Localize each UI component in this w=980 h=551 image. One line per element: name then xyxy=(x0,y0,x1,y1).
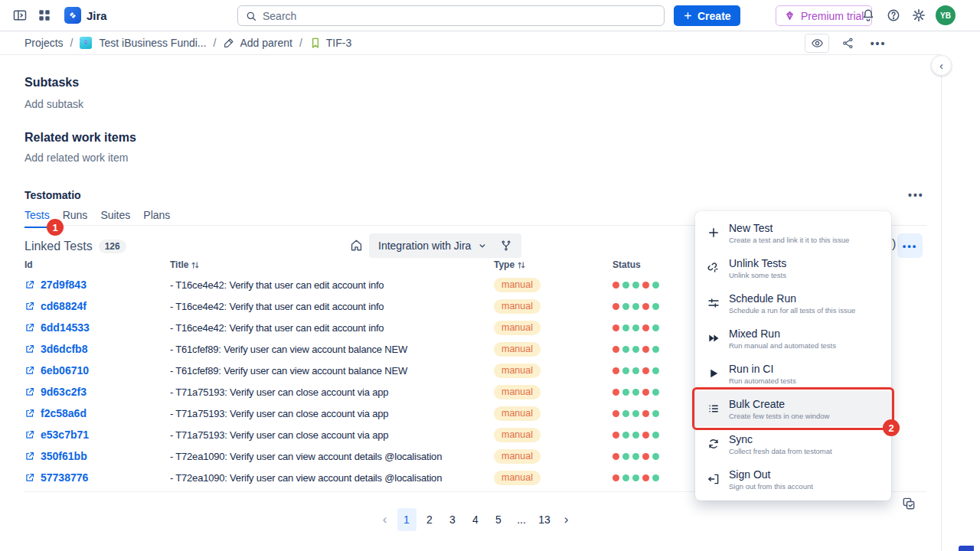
breadcrumb: Projects / Test iBusiness Fundi... / Add… xyxy=(24,31,351,54)
help-icon[interactable] xyxy=(886,8,901,23)
collapse-panel-button[interactable]: ‹ xyxy=(931,55,952,76)
menu-item-subtitle: Schedule a run for all tests of this iss… xyxy=(729,306,855,315)
status-dot-green xyxy=(652,303,659,310)
menu-item-sign-out[interactable]: Sign OutSign out from this account xyxy=(695,461,891,497)
right-rail-divider xyxy=(941,55,942,551)
menu-item-bulk-create[interactable]: Bulk CreateCreate few tests in one windo… xyxy=(695,391,891,426)
test-title: - T71a75193: Verify user can close accou… xyxy=(170,408,494,419)
menu-item-subtitle: Create a test and link it it to this iss… xyxy=(729,236,849,244)
app-title: Jira xyxy=(87,9,107,22)
branch-icon[interactable] xyxy=(500,240,512,252)
status-dot-green xyxy=(632,453,639,460)
test-id-link[interactable]: cd68824f xyxy=(24,300,170,312)
pagination-page-5[interactable]: 5 xyxy=(489,508,508,531)
test-id-link[interactable]: 27d9f843 xyxy=(24,279,170,291)
test-id-link[interactable]: 3d6dcfb8 xyxy=(24,343,170,355)
add-subtask-button[interactable]: Add subtask xyxy=(24,98,83,110)
sort-icon xyxy=(191,261,199,269)
status-dot-green xyxy=(632,282,639,289)
search-input[interactable] xyxy=(238,6,664,25)
menu-item-subtitle: Create few tests in one window xyxy=(729,412,829,420)
menu-item-run-in-ci[interactable]: Run in CIRun automated tests xyxy=(695,356,891,391)
sidebar-toggle-icon[interactable] xyxy=(12,8,28,23)
issue-more-actions-button[interactable]: ••• xyxy=(866,34,890,53)
premium-trial-button[interactable]: Premium trial xyxy=(776,5,872,26)
pagination-page-4[interactable]: 4 xyxy=(466,508,485,531)
status-dot-green xyxy=(622,453,629,460)
test-type-cell: manual xyxy=(494,448,612,464)
test-id-link[interactable]: 6dd14533 xyxy=(24,321,170,334)
menu-item-mixed-run[interactable]: Mixed RunRun manual and automated tests xyxy=(695,321,891,356)
pagination: ‹12345...13› xyxy=(24,508,926,531)
home-icon[interactable] xyxy=(349,238,364,253)
external-link-icon xyxy=(24,429,35,440)
status-dot-green xyxy=(652,367,659,374)
test-type-cell: manual xyxy=(494,427,612,442)
add-parent-button[interactable]: Add parent xyxy=(223,37,292,49)
status-dot-green xyxy=(632,324,639,331)
multi-select-checklist-icon[interactable] xyxy=(901,496,916,511)
test-id-link[interactable]: e53c7b71 xyxy=(24,429,170,441)
test-id-link[interactable]: 350f61bb xyxy=(24,450,170,462)
bulk-create-icon xyxy=(704,402,723,416)
pagination-page-13[interactable]: 13 xyxy=(535,508,554,531)
menu-item-subtitle: Collect fresh data from testomat xyxy=(729,447,832,455)
column-header-type[interactable]: Type xyxy=(494,259,612,270)
pagination-next[interactable]: › xyxy=(558,508,575,531)
tests-actions-menu-button[interactable]: ••• xyxy=(897,233,923,258)
menu-item-new-test[interactable]: New TestCreate a test and link it it to … xyxy=(695,215,891,250)
testomatio-heading: Testomatio xyxy=(24,189,81,201)
top-navigation-bar: Jira Create Premium trial YB xyxy=(0,0,980,31)
test-type-cell: manual xyxy=(494,363,612,378)
menu-item-unlink-tests[interactable]: Unlink TestsUnlink some tests xyxy=(695,250,891,285)
status-dot-red xyxy=(612,346,619,353)
menu-item-sync[interactable]: SyncCollect fresh data from testomat xyxy=(695,426,891,461)
create-button[interactable]: Create xyxy=(674,5,740,26)
menu-item-schedule-run[interactable]: Schedule RunSchedule a run for all tests… xyxy=(695,285,891,321)
status-dot-red xyxy=(612,389,619,396)
watch-eye-icon[interactable] xyxy=(805,34,829,53)
mixed-run-icon xyxy=(704,331,723,345)
pagination-page-1[interactable]: 1 xyxy=(397,508,416,531)
breadcrumb-project-name[interactable]: Test iBusiness Fundi... xyxy=(99,37,206,49)
menu-item-title: Sign Out xyxy=(729,468,813,481)
global-search xyxy=(237,5,665,26)
test-type-cell: manual xyxy=(494,470,612,485)
test-title: - T61cfef89: Verify user can view accoun… xyxy=(170,365,494,377)
test-id-link[interactable]: 9d63c2f3 xyxy=(24,386,170,398)
plus-icon xyxy=(683,11,693,21)
issue-key[interactable]: TIF-3 xyxy=(309,37,351,49)
test-id-link[interactable]: 6eb06710 xyxy=(24,364,170,377)
status-dot-red xyxy=(612,453,619,460)
breadcrumb-projects[interactable]: Projects xyxy=(24,37,64,49)
app-switcher-icon[interactable] xyxy=(37,8,52,23)
jira-logo[interactable] xyxy=(64,7,81,24)
menu-item-title: New Test xyxy=(729,222,849,234)
pagination-prev[interactable]: ‹ xyxy=(377,508,394,531)
column-header-title[interactable]: Title xyxy=(170,259,494,270)
type-badge: manual xyxy=(494,471,541,485)
add-related-work-item-button[interactable]: Add related work item xyxy=(24,152,128,164)
share-icon[interactable] xyxy=(835,34,860,53)
test-title: - T71a75193: Verify user can close accou… xyxy=(170,429,494,441)
status-dot-green xyxy=(652,474,659,481)
unlink-icon xyxy=(704,261,723,275)
user-avatar[interactable]: YB xyxy=(936,5,956,25)
menu-item-title: Schedule Run xyxy=(729,292,855,305)
status-dot-red xyxy=(642,474,649,481)
plus-icon xyxy=(704,226,723,240)
settings-gear-icon[interactable] xyxy=(911,8,926,23)
notifications-bell-icon[interactable] xyxy=(861,8,876,23)
pagination-page-2[interactable]: 2 xyxy=(420,508,439,531)
status-dot-green xyxy=(632,474,639,481)
menu-item-title: Sync xyxy=(729,433,832,445)
test-id-link[interactable]: 57738776 xyxy=(24,471,170,484)
menu-item-subtitle: Run manual and automated tests xyxy=(729,341,836,350)
pagination-page-3[interactable]: 3 xyxy=(443,508,462,531)
external-link-icon xyxy=(24,451,35,461)
type-badge: manual xyxy=(494,364,541,378)
test-id-link[interactable]: f2c58a6d xyxy=(24,407,170,419)
testomatio-more-button[interactable]: ••• xyxy=(908,189,924,201)
branch-filter-dropdown[interactable]: Integration with Jira xyxy=(369,233,521,258)
test-type-cell: manual xyxy=(494,320,612,335)
